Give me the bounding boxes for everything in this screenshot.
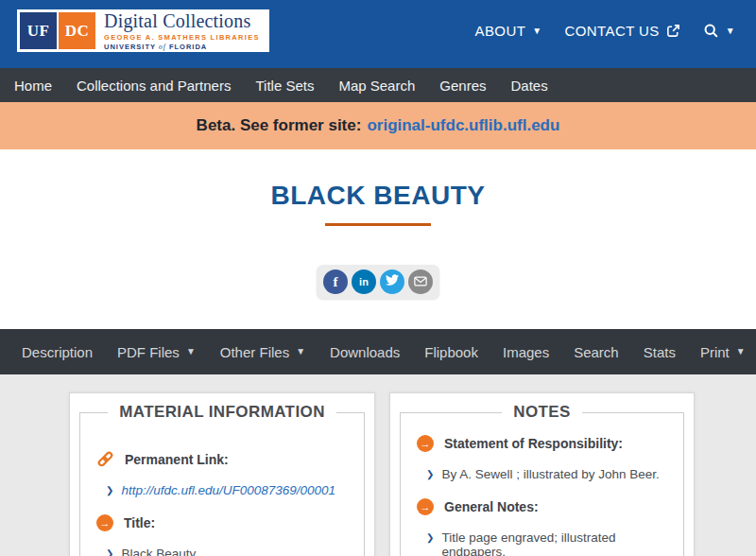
toolbar-other-files-menu[interactable]: Other Files▼ (208, 344, 318, 360)
toolbar-flipbook[interactable]: Flipbook (412, 344, 490, 360)
toolbar-right-group: Stats Print▼ Send (631, 344, 756, 360)
nav-item-map-search[interactable]: Map Search (326, 78, 427, 94)
social-share-bar: f in (317, 265, 439, 299)
about-menu[interactable]: ABOUT ▼ (475, 23, 542, 39)
general-note-value-row: ❯ Title page engraved; illustrated endpa… (426, 530, 667, 556)
title-value: Black Beauty (121, 547, 196, 556)
toolbar-images[interactable]: Images (490, 344, 561, 360)
page-body: MATERIAL INFORMATION Permanent Link: ❯ h… (0, 374, 756, 556)
general-notes-row: → General Notes: (417, 498, 667, 515)
general-notes-label: General Notes: (444, 499, 539, 514)
search-menu[interactable]: ▼ (703, 23, 735, 39)
permanent-link-label: Permanent Link: (125, 452, 229, 467)
external-link-icon (666, 24, 680, 38)
header-links: ABOUT ▼ CONTACT US ▼ (475, 9, 735, 52)
caret-down-icon: ▼ (186, 347, 196, 356)
logo-text: Digital Collections GEORGE A. SMATHERS L… (104, 11, 260, 51)
facebook-icon: f (334, 274, 338, 290)
toolbar-stats[interactable]: Stats (631, 344, 688, 360)
permanent-link-url[interactable]: http://ufdc.ufl.edu/UF00087369/00001 (121, 483, 335, 497)
caret-down-icon: ▼ (532, 26, 541, 36)
permanent-link-row: Permanent Link: (96, 450, 348, 468)
about-label: ABOUT (475, 23, 526, 39)
nav-item-collections-and-partners[interactable]: Collections and Partners (64, 78, 243, 94)
linkedin-share-button[interactable]: in (352, 269, 376, 294)
statement-value-row: ❯ By A. Sewell ; illustrated by John Bee… (426, 467, 667, 481)
title-label: Title: (124, 515, 155, 530)
beta-banner: Beta. See former site: original-ufdc.ufl… (0, 102, 756, 149)
statement-value: By A. Sewell ; illustrated by John Beer. (441, 467, 659, 481)
search-icon (703, 23, 719, 39)
arrow-circle-icon: → (96, 514, 113, 531)
facebook-share-button[interactable]: f (323, 269, 348, 294)
toolbar-search[interactable]: Search (561, 344, 631, 360)
caret-down-icon: ▼ (736, 347, 746, 356)
logo-title: Digital Collections (104, 11, 260, 30)
material-information-panel: MATERIAL INFORMATION Permanent Link: ❯ h… (69, 392, 375, 556)
uf-logo-square: UF (20, 12, 57, 49)
beta-banner-text: Beta. See former site: (197, 116, 362, 135)
nav-item-dates[interactable]: Dates (498, 78, 559, 94)
general-note-value: Title page engraved; illustrated endpape… (441, 530, 667, 556)
former-site-link[interactable]: original-ufdc.uflib.ufl.edu (367, 116, 559, 135)
statement-label: Statement of Responsibility: (444, 436, 623, 451)
notes-panel: NOTES → Statement of Responsibility: ❯ B… (389, 392, 695, 556)
item-toolbar: Description PDF Files▼ Other Files▼ Down… (0, 329, 756, 374)
permanent-link-value-row: ❯ http://ufdc.ufl.edu/UF00087369/00001 (106, 483, 348, 497)
item-title-section: BLACK BEAUTY f in (0, 149, 756, 329)
chevron-right-icon: ❯ (426, 469, 434, 479)
main-nav: Home Collections and Partners Title Sets… (0, 68, 756, 102)
toolbar-pdf-files-menu[interactable]: PDF Files▼ (105, 344, 208, 360)
chevron-right-icon: ❯ (106, 485, 113, 495)
twitter-icon (386, 273, 399, 290)
title-row: → Title: (96, 514, 348, 531)
logo-subtitle-libraries: GEORGE A. SMATHERS LIBRARIES (104, 34, 260, 42)
caret-down-icon: ▼ (296, 347, 305, 356)
page-title: BLACK BEAUTY (0, 149, 756, 211)
nav-item-title-sets[interactable]: Title Sets (243, 78, 326, 94)
metadata-cards: MATERIAL INFORMATION Permanent Link: ❯ h… (69, 392, 695, 556)
site-header: UF DC Digital Collections GEORGE A. SMAT… (0, 0, 756, 68)
title-value-row: ❯ Black Beauty (106, 547, 348, 556)
caret-down-icon: ▼ (726, 26, 735, 36)
twitter-share-button[interactable] (380, 269, 404, 294)
chevron-right-icon: ❯ (106, 548, 113, 556)
toolbar-print-menu[interactable]: Print▼ (688, 344, 756, 360)
email-share-button[interactable] (408, 269, 433, 294)
contact-us-link[interactable]: CONTACT US (565, 23, 680, 39)
nav-item-genres[interactable]: Genres (427, 78, 498, 94)
nav-item-home[interactable]: Home (2, 78, 64, 94)
link-chain-icon (96, 450, 114, 468)
toolbar-downloads[interactable]: Downloads (318, 344, 412, 360)
linkedin-icon: in (359, 276, 369, 287)
notes-title: NOTES (502, 403, 582, 422)
dc-logo-square: DC (59, 12, 95, 49)
arrow-circle-icon: → (417, 498, 434, 515)
statement-row: → Statement of Responsibility: (417, 435, 667, 452)
logo-subtitle-university: UNIVERSITY of FLORIDA (104, 43, 260, 51)
arrow-circle-icon: → (417, 435, 434, 452)
toolbar-description[interactable]: Description (9, 344, 105, 360)
material-information-title: MATERIAL INFORMATION (108, 403, 336, 422)
contact-us-label: CONTACT US (565, 23, 660, 39)
email-icon (414, 273, 427, 290)
ufdc-logo[interactable]: UF DC Digital Collections GEORGE A. SMAT… (17, 9, 269, 52)
chevron-right-icon: ❯ (426, 532, 434, 543)
